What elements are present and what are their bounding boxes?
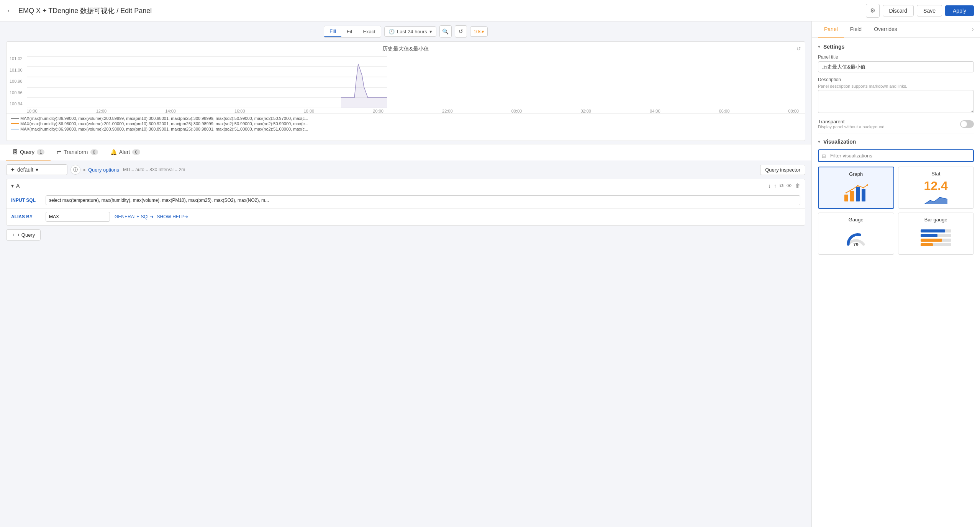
viz-bar-gauge-icon [921, 225, 951, 250]
tab-query[interactable]: 🗄 Query 1 [6, 144, 51, 160]
tab-panel[interactable]: Panel [818, 21, 844, 38]
tab-overrides[interactable]: Overrides [868, 21, 903, 38]
info-button[interactable]: ⓘ [70, 165, 80, 175]
viz-gauge-icon: 79 [844, 225, 867, 250]
tab-field[interactable]: Field [844, 21, 868, 38]
x-label-11: 08:00 [788, 109, 799, 113]
panel-title-input[interactable] [818, 61, 974, 72]
add-query-button[interactable]: + + Query [6, 229, 41, 241]
bar-gauge-row-3 [921, 239, 951, 242]
bottom-tabs: 🗄 Query 1 ⇄ Transform 0 🔔 Alert 0 [0, 144, 811, 160]
x-label-2: 14:00 [165, 109, 176, 113]
legend-item-3: MAX(max(humidity):86.99000, max(volume):… [11, 127, 800, 131]
settings-button[interactable]: ⚙ [866, 4, 880, 18]
alert-tab-badge: 0 [132, 149, 140, 155]
description-textarea[interactable] [818, 90, 974, 113]
query-options-label: Query options [88, 167, 119, 173]
transform-tab-badge: 0 [90, 149, 98, 155]
viz-bar-gauge-label: Bar gauge [924, 217, 947, 223]
viz-card-graph[interactable]: Graph [818, 167, 894, 209]
transparent-label: Transparent [818, 119, 886, 124]
y-label-4: 100.96 [10, 90, 23, 95]
settings-body: Panel title Description Panel descriptio… [818, 54, 974, 129]
filter-icon: ⊟ [822, 153, 826, 159]
stat-value: 12.4 [924, 180, 948, 192]
transparent-toggle[interactable] [960, 120, 974, 128]
tab-transform[interactable]: ⇄ Transform 0 [51, 144, 104, 160]
viz-card-stat[interactable]: Stat 12.4 [898, 167, 974, 209]
delete-query-button[interactable]: 🗑 [795, 182, 800, 189]
time-range-picker[interactable]: 🕐 Last 24 hours ▾ [384, 26, 436, 37]
legend-area: MAX(max(humidity):86.99000, max(volume):… [7, 113, 805, 134]
svg-point-11 [846, 192, 847, 193]
fit-button[interactable]: Fit [341, 26, 357, 37]
back-button[interactable]: ← [6, 6, 14, 15]
viz-graph-label: Graph [849, 171, 863, 177]
query-tab-badge: 1 [37, 149, 44, 155]
query-block-collapse[interactable]: ▾ A [11, 183, 20, 189]
x-axis: 10:00 12:00 14:00 16:00 18:00 20:00 22:0… [27, 108, 799, 113]
exact-button[interactable]: Exact [357, 26, 381, 37]
time-range-label: Last 24 hours [397, 29, 427, 34]
right-panel-chevron-icon[interactable]: › [972, 26, 974, 32]
y-label-3: 100.98 [10, 79, 23, 83]
add-query-label: + Query [17, 232, 35, 238]
transform-tab-label: Transform [64, 149, 88, 155]
viz-section-header[interactable]: ▾ Visualization [818, 139, 974, 145]
chart-refresh-icon[interactable]: ↺ [796, 46, 801, 52]
fill-button[interactable]: Fill [324, 26, 341, 37]
move-down-button[interactable]: ↓ [768, 182, 771, 189]
viz-card-gauge[interactable]: Gauge 79 [818, 213, 894, 255]
svg-text:79: 79 [854, 242, 859, 247]
toggle-visibility-button[interactable]: 👁 [787, 182, 792, 189]
viz-stat-label: Stat [931, 171, 940, 177]
bar-gauge-row-4 [921, 243, 951, 246]
description-label: Description [818, 77, 974, 82]
input-sql-row: INPUT SQL [7, 192, 805, 209]
legend-text-3: MAX(max(humidity):86.99000, max(volume):… [20, 127, 308, 131]
viz-section-title: Visualization [823, 139, 856, 145]
show-help-button[interactable]: SHOW HELP➔ [157, 214, 188, 219]
duplicate-button[interactable]: ⧉ [780, 182, 783, 189]
alias-by-field[interactable] [46, 212, 110, 222]
transparent-sublabel: Display panel without a background. [818, 124, 886, 129]
viz-card-bar-gauge[interactable]: Bar gauge [898, 213, 974, 255]
tab-alert[interactable]: 🔔 Alert 0 [104, 144, 146, 160]
alert-tab-label: Alert [119, 149, 130, 155]
bar-gauge-fill-4 [921, 243, 933, 246]
refresh-button[interactable]: ↺ [455, 25, 467, 38]
panel-title-label: Panel title [818, 54, 974, 60]
viz-filter-input[interactable] [818, 149, 974, 162]
toolbar: Fill Fit Exact 🕐 Last 24 hours ▾ 🔍 ↺ 10s… [0, 21, 811, 41]
move-up-button[interactable]: ↑ [774, 182, 777, 189]
refresh-interval-select[interactable]: 10s ▾ [470, 26, 488, 37]
zoom-out-button[interactable]: 🔍 [439, 25, 452, 38]
query-inspector-button[interactable]: Query inspector [760, 165, 805, 175]
x-label-4: 18:00 [304, 109, 315, 113]
y-axis: 101.02 101.00 100.98 100.96 100.94 [10, 56, 23, 106]
svg-point-15 [867, 184, 868, 186]
bar-gauge-fill-1 [921, 229, 945, 232]
query-options-toggle[interactable]: ▸ Query options MD = auto = 830 Interval… [84, 167, 185, 173]
query-tab-icon: 🗄 [12, 149, 18, 155]
x-label-8: 02:00 [580, 109, 591, 113]
viz-grid: Graph [818, 167, 974, 255]
discard-button[interactable]: Discard [883, 5, 914, 16]
input-sql-field[interactable] [46, 195, 800, 205]
chart-svg-container [27, 56, 799, 108]
svg-point-13 [857, 185, 859, 187]
x-label-6: 22:00 [442, 109, 453, 113]
x-label-9: 04:00 [650, 109, 660, 113]
datasource-select[interactable]: ✦ default ▾ [6, 164, 67, 175]
bar-gauge-preview [921, 229, 951, 246]
back-icon: ← [6, 6, 14, 15]
gauge-svg: 79 [844, 227, 867, 248]
x-label-5: 20:00 [373, 109, 383, 113]
apply-button[interactable]: Apply [945, 5, 974, 16]
settings-section-title: Settings [823, 44, 844, 50]
generate-sql-button[interactable]: GENERATE SQL➔ [115, 214, 154, 219]
settings-section-header[interactable]: ▾ Settings [818, 44, 974, 50]
svg-rect-10 [862, 189, 865, 201]
datasource-value: default [17, 167, 33, 173]
save-button[interactable]: Save [917, 5, 942, 16]
